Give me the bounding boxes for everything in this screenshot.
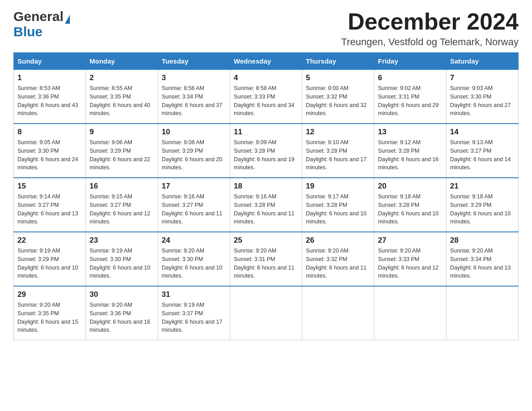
weekday-header-tuesday: Tuesday <box>158 53 230 70</box>
day-number: 30 <box>90 290 154 299</box>
day-number: 19 <box>306 182 370 191</box>
logo-general: General <box>13 9 64 24</box>
location-title: Treungen, Vestfold og Telemark, Norway <box>341 36 519 48</box>
month-title: December 2024 <box>341 9 519 34</box>
calendar-cell: 19Sunrise: 9:17 AMSunset: 3:28 PMDayligh… <box>302 178 374 232</box>
day-number: 25 <box>234 236 298 245</box>
day-info: Sunrise: 9:19 AMSunset: 3:30 PMDaylight:… <box>90 247 154 280</box>
day-number: 26 <box>306 236 370 245</box>
day-info: Sunrise: 9:20 AMSunset: 3:32 PMDaylight:… <box>306 247 370 280</box>
calendar-cell: 2Sunrise: 8:55 AMSunset: 3:35 PMDaylight… <box>86 70 158 124</box>
day-info: Sunrise: 9:20 AMSunset: 3:34 PMDaylight:… <box>450 247 515 280</box>
calendar-cell: 3Sunrise: 8:56 AMSunset: 3:34 PMDaylight… <box>158 70 230 124</box>
calendar-cell: 31Sunrise: 9:19 AMSunset: 3:37 PMDayligh… <box>158 286 230 340</box>
calendar-table: SundayMondayTuesdayWednesdayThursdayFrid… <box>13 52 519 340</box>
day-number: 1 <box>17 73 82 82</box>
day-number: 20 <box>378 182 442 191</box>
weekday-header-sunday: Sunday <box>14 53 86 70</box>
day-number: 14 <box>450 128 515 137</box>
day-number: 2 <box>90 73 154 82</box>
day-number: 22 <box>17 236 82 245</box>
day-number: 10 <box>162 128 226 137</box>
day-info: Sunrise: 9:16 AMSunset: 3:27 PMDaylight:… <box>162 193 226 226</box>
day-info: Sunrise: 9:20 AMSunset: 3:35 PMDaylight:… <box>17 301 82 334</box>
day-info: Sunrise: 8:56 AMSunset: 3:34 PMDaylight:… <box>162 84 226 118</box>
calendar-cell: 12Sunrise: 9:10 AMSunset: 3:28 PMDayligh… <box>302 124 374 178</box>
week-row-3: 15Sunrise: 9:14 AMSunset: 3:27 PMDayligh… <box>14 178 519 232</box>
day-info: Sunrise: 9:20 AMSunset: 3:36 PMDaylight:… <box>90 301 154 334</box>
calendar-cell: 25Sunrise: 9:20 AMSunset: 3:31 PMDayligh… <box>230 232 302 286</box>
calendar-cell <box>230 286 302 340</box>
day-number: 28 <box>450 236 515 245</box>
day-info: Sunrise: 9:20 AMSunset: 3:33 PMDaylight:… <box>378 247 442 280</box>
day-info: Sunrise: 9:03 AMSunset: 3:30 PMDaylight:… <box>450 84 515 118</box>
day-info: Sunrise: 8:53 AMSunset: 3:36 PMDaylight:… <box>17 84 82 118</box>
calendar-cell: 26Sunrise: 9:20 AMSunset: 3:32 PMDayligh… <box>302 232 374 286</box>
logo-triangle-icon <box>65 15 70 24</box>
day-number: 23 <box>90 236 154 245</box>
day-number: 16 <box>90 182 154 191</box>
logo: General Blue <box>13 9 70 39</box>
calendar-cell: 11Sunrise: 9:09 AMSunset: 3:28 PMDayligh… <box>230 124 302 178</box>
page-header: General Blue December 2024 Treungen, Ves… <box>13 9 519 48</box>
day-number: 29 <box>17 290 82 299</box>
calendar-cell: 28Sunrise: 9:20 AMSunset: 3:34 PMDayligh… <box>446 232 519 286</box>
calendar-cell: 15Sunrise: 9:14 AMSunset: 3:27 PMDayligh… <box>14 178 86 232</box>
day-info: Sunrise: 9:02 AMSunset: 3:31 PMDaylight:… <box>378 84 442 118</box>
calendar-cell: 16Sunrise: 9:15 AMSunset: 3:27 PMDayligh… <box>86 178 158 232</box>
day-number: 18 <box>234 182 298 191</box>
day-info: Sunrise: 9:18 AMSunset: 3:28 PMDaylight:… <box>378 193 442 226</box>
calendar-cell: 6Sunrise: 9:02 AMSunset: 3:31 PMDaylight… <box>374 70 446 124</box>
calendar-cell: 27Sunrise: 9:20 AMSunset: 3:33 PMDayligh… <box>374 232 446 286</box>
day-number: 4 <box>234 73 298 82</box>
calendar-cell: 13Sunrise: 9:12 AMSunset: 3:28 PMDayligh… <box>374 124 446 178</box>
weekday-header-thursday: Thursday <box>302 53 374 70</box>
day-number: 9 <box>90 128 154 137</box>
calendar-cell <box>446 286 519 340</box>
day-info: Sunrise: 9:14 AMSunset: 3:27 PMDaylight:… <box>17 193 82 226</box>
calendar-cell: 7Sunrise: 9:03 AMSunset: 3:30 PMDaylight… <box>446 70 519 124</box>
week-row-4: 22Sunrise: 9:19 AMSunset: 3:29 PMDayligh… <box>14 232 519 286</box>
day-number: 3 <box>162 73 226 82</box>
day-number: 17 <box>162 182 226 191</box>
day-info: Sunrise: 9:19 AMSunset: 3:29 PMDaylight:… <box>17 247 82 280</box>
day-info: Sunrise: 9:06 AMSunset: 3:29 PMDaylight:… <box>90 138 154 172</box>
day-number: 24 <box>162 236 226 245</box>
calendar-cell: 5Sunrise: 9:00 AMSunset: 3:32 PMDaylight… <box>302 70 374 124</box>
week-row-5: 29Sunrise: 9:20 AMSunset: 3:35 PMDayligh… <box>14 286 519 340</box>
day-info: Sunrise: 9:20 AMSunset: 3:30 PMDaylight:… <box>162 247 226 280</box>
calendar-cell: 18Sunrise: 9:16 AMSunset: 3:28 PMDayligh… <box>230 178 302 232</box>
day-info: Sunrise: 9:18 AMSunset: 3:29 PMDaylight:… <box>450 193 515 226</box>
calendar-cell: 10Sunrise: 9:08 AMSunset: 3:29 PMDayligh… <box>158 124 230 178</box>
weekday-header-saturday: Saturday <box>446 53 519 70</box>
calendar-cell: 20Sunrise: 9:18 AMSunset: 3:28 PMDayligh… <box>374 178 446 232</box>
logo-blue-text: Blue <box>13 24 43 39</box>
day-number: 15 <box>17 182 82 191</box>
weekday-header-monday: Monday <box>86 53 158 70</box>
day-number: 8 <box>17 128 82 137</box>
day-info: Sunrise: 9:05 AMSunset: 3:30 PMDaylight:… <box>17 138 82 172</box>
day-info: Sunrise: 9:09 AMSunset: 3:28 PMDaylight:… <box>234 138 298 172</box>
weekday-header-wednesday: Wednesday <box>230 53 302 70</box>
day-info: Sunrise: 9:15 AMSunset: 3:27 PMDaylight:… <box>90 193 154 226</box>
day-number: 31 <box>162 290 226 299</box>
title-section: December 2024 Treungen, Vestfold og Tele… <box>341 9 519 48</box>
day-info: Sunrise: 9:13 AMSunset: 3:27 PMDaylight:… <box>450 138 515 172</box>
calendar-cell: 23Sunrise: 9:19 AMSunset: 3:30 PMDayligh… <box>86 232 158 286</box>
week-row-2: 8Sunrise: 9:05 AMSunset: 3:30 PMDaylight… <box>14 124 519 178</box>
calendar-cell: 29Sunrise: 9:20 AMSunset: 3:35 PMDayligh… <box>14 286 86 340</box>
day-info: Sunrise: 9:19 AMSunset: 3:37 PMDaylight:… <box>162 301 226 334</box>
calendar-cell: 30Sunrise: 9:20 AMSunset: 3:36 PMDayligh… <box>86 286 158 340</box>
day-info: Sunrise: 8:58 AMSunset: 3:33 PMDaylight:… <box>234 84 298 118</box>
week-row-1: 1Sunrise: 8:53 AMSunset: 3:36 PMDaylight… <box>14 70 519 124</box>
calendar-cell: 24Sunrise: 9:20 AMSunset: 3:30 PMDayligh… <box>158 232 230 286</box>
calendar-cell: 17Sunrise: 9:16 AMSunset: 3:27 PMDayligh… <box>158 178 230 232</box>
weekday-header-friday: Friday <box>374 53 446 70</box>
day-info: Sunrise: 9:00 AMSunset: 3:32 PMDaylight:… <box>306 84 370 118</box>
day-info: Sunrise: 8:55 AMSunset: 3:35 PMDaylight:… <box>90 84 154 118</box>
calendar-cell <box>374 286 446 340</box>
day-number: 12 <box>306 128 370 137</box>
day-info: Sunrise: 9:12 AMSunset: 3:28 PMDaylight:… <box>378 138 442 172</box>
day-number: 5 <box>306 73 370 82</box>
day-number: 27 <box>378 236 442 245</box>
